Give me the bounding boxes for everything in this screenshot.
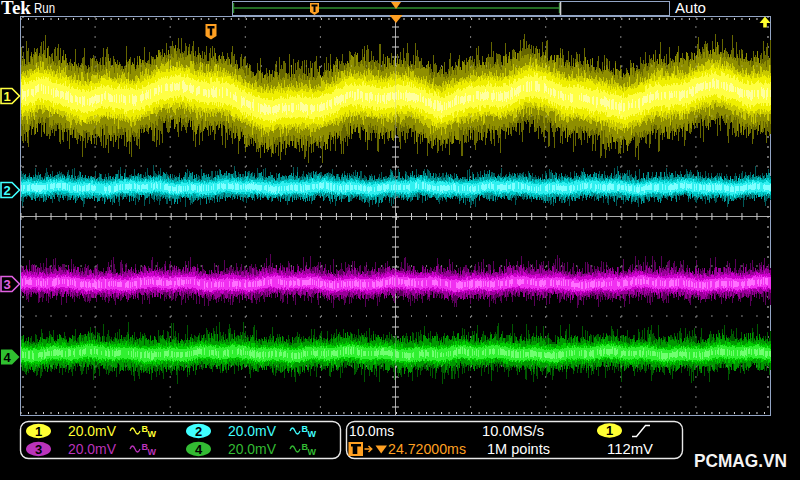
svg-text:1: 1	[606, 423, 613, 438]
svg-text:W: W	[148, 447, 157, 457]
svg-text:1M points: 1M points	[487, 440, 550, 457]
svg-text:W: W	[308, 447, 317, 457]
svg-text:Run: Run	[34, 0, 55, 16]
svg-text:112mV: 112mV	[607, 440, 653, 457]
svg-text:Tek: Tek	[1, 0, 31, 18]
svg-text:24.72000ms: 24.72000ms	[388, 440, 466, 457]
svg-text:3: 3	[35, 442, 42, 457]
svg-text:10.0MS/s: 10.0MS/s	[482, 422, 544, 439]
svg-text:1: 1	[35, 424, 42, 439]
svg-text:W: W	[148, 429, 157, 439]
svg-text:20.0mV: 20.0mV	[68, 422, 116, 439]
svg-text:PCMAG.VN: PCMAG.VN	[694, 450, 787, 471]
svg-text:20.0mV: 20.0mV	[228, 422, 276, 439]
svg-text:1: 1	[3, 89, 10, 104]
svg-text:2: 2	[195, 424, 202, 439]
svg-text:20.0mV: 20.0mV	[68, 440, 116, 457]
svg-text:4: 4	[3, 350, 11, 365]
svg-text:4: 4	[195, 442, 203, 457]
svg-text:W: W	[308, 429, 317, 439]
svg-text:2: 2	[3, 183, 10, 198]
svg-text:20.0mV: 20.0mV	[228, 440, 276, 457]
svg-text:3: 3	[3, 277, 10, 292]
svg-text:10.0ms: 10.0ms	[349, 422, 394, 439]
svg-text:Auto: Auto	[675, 0, 706, 16]
